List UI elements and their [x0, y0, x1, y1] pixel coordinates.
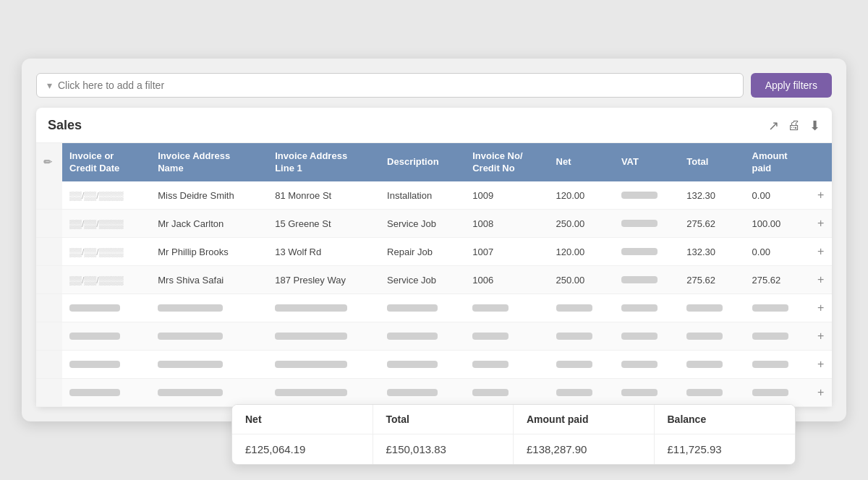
row-add-button[interactable]: + [810, 238, 832, 266]
row-address-name [150, 322, 268, 351]
row-description [380, 351, 465, 379]
row-total [679, 322, 744, 351]
apply-filters-button[interactable]: Apply filters [751, 73, 832, 98]
row-date: ▒▒/▒▒/▒▒▒▒ [62, 238, 150, 266]
print-icon[interactable]: 🖨 [788, 118, 801, 133]
row-add-button[interactable]: + [810, 181, 832, 210]
row-date [62, 294, 150, 322]
row-description [380, 379, 465, 407]
summary-header-total: Total [373, 405, 514, 434]
row-amount-paid: 275.62 [745, 266, 810, 294]
row-invoice-no [465, 322, 548, 351]
row-date: ▒▒/▒▒/▒▒▒▒ [62, 210, 150, 238]
card-header: Sales ↗ 🖨 ⬇ [36, 108, 832, 143]
row-net: 120.00 [549, 238, 614, 266]
row-add-button[interactable]: + [810, 294, 832, 322]
summary-value-balance: £11,725.93 [655, 434, 796, 464]
summary-value-net: £125,064.19 [232, 434, 373, 464]
row-amount-paid: 100.00 [745, 210, 810, 238]
row-net [549, 351, 614, 379]
row-total [679, 294, 744, 322]
table-wrapper: ✏ Invoice orCredit Date Invoice AddressN… [36, 143, 832, 408]
row-total: 132.30 [679, 238, 744, 266]
col-amount-paid: Amountpaid [745, 143, 810, 182]
row-address-line [268, 351, 380, 379]
row-address-name: Mr Phillip Brooks [150, 238, 268, 266]
row-add-button[interactable]: + [810, 266, 832, 294]
row-address-line: 13 Wolf Rd [268, 238, 380, 266]
row-edit-cell [36, 351, 62, 379]
row-address-line [268, 379, 380, 407]
row-address-name [150, 379, 268, 407]
row-date: ▒▒/▒▒/▒▒▒▒ [62, 266, 150, 294]
row-address-name: Miss Deidre Smith [150, 181, 268, 210]
row-vat [614, 266, 679, 294]
row-add-button[interactable]: + [810, 322, 832, 351]
row-vat [614, 322, 679, 351]
row-edit-cell [36, 181, 62, 210]
summary-header-balance: Balance [655, 405, 796, 434]
row-amount-paid [745, 351, 810, 379]
row-edit-cell [36, 266, 62, 294]
plus-icon[interactable]: + [817, 330, 824, 342]
col-edit: ✏ [36, 143, 62, 182]
table-row: ▒▒/▒▒/▒▒▒▒Miss Deidre Smith81 Monroe StI… [36, 181, 832, 210]
row-vat [614, 294, 679, 322]
row-description: Repair Job [380, 238, 465, 266]
row-address-line: 81 Monroe St [268, 181, 380, 210]
row-add-button[interactable]: + [810, 379, 832, 407]
filter-input-wrapper[interactable]: ▾ [36, 73, 744, 98]
row-description [380, 322, 465, 351]
main-card: Sales ↗ 🖨 ⬇ ✏ Invoice orCredit Date Invo… [36, 108, 832, 408]
plus-icon[interactable]: + [817, 245, 824, 257]
plus-icon[interactable]: + [817, 301, 824, 314]
row-description: Service Job [380, 210, 465, 238]
table-row: + [36, 351, 832, 379]
row-address-line [268, 294, 380, 322]
row-vat [614, 181, 679, 210]
row-invoice-no: 1007 [465, 238, 548, 266]
row-total [679, 351, 744, 379]
col-invoice-no: Invoice No/Credit No [465, 143, 548, 182]
plus-icon[interactable]: + [817, 358, 824, 370]
share-icon[interactable]: ↗ [768, 118, 779, 134]
plus-icon[interactable]: + [817, 386, 824, 398]
col-net: Net [549, 143, 614, 182]
row-edit-cell [36, 322, 62, 351]
row-net: 250.00 [549, 210, 614, 238]
summary-header-amount-paid: Amount paid [514, 405, 655, 434]
col-description: Description [380, 143, 465, 182]
col-address-name: Invoice AddressName [150, 143, 268, 182]
row-total: 132.30 [679, 181, 744, 210]
row-address-line: 187 Presley Way [268, 266, 380, 294]
row-invoice-no [465, 351, 548, 379]
download-icon[interactable]: ⬇ [809, 118, 820, 134]
plus-icon[interactable]: + [817, 273, 824, 286]
row-amount-paid [745, 379, 810, 407]
row-vat [614, 379, 679, 407]
page-title: Sales [48, 118, 82, 133]
plus-icon[interactable]: + [817, 189, 824, 201]
filter-input[interactable] [58, 80, 733, 91]
col-date: Invoice orCredit Date [62, 143, 150, 182]
row-description: Service Job [380, 266, 465, 294]
row-address-name [150, 351, 268, 379]
table-row: ▒▒/▒▒/▒▒▒▒Mr Phillip Brooks13 Wolf RdRep… [36, 238, 832, 266]
sales-table: ✏ Invoice orCredit Date Invoice AddressN… [36, 143, 832, 408]
row-invoice-no: 1008 [465, 210, 548, 238]
row-description: Installation [380, 181, 465, 210]
row-add-button[interactable]: + [810, 210, 832, 238]
row-total: 275.62 [679, 266, 744, 294]
row-date [62, 322, 150, 351]
plus-icon[interactable]: + [817, 217, 824, 229]
row-date: ▒▒/▒▒/▒▒▒▒ [62, 181, 150, 210]
row-add-button[interactable]: + [810, 351, 832, 379]
summary-value-total: £150,013.83 [373, 434, 514, 464]
row-address-name [150, 294, 268, 322]
row-edit-cell [36, 294, 62, 322]
row-net: 120.00 [549, 181, 614, 210]
row-vat [614, 238, 679, 266]
outer-wrapper: ▾ Apply filters Sales ↗ 🖨 ⬇ ✏ [22, 59, 846, 422]
summary-popup: Net Total Amount paid Balance £125,064.1… [231, 404, 796, 465]
row-edit-cell [36, 379, 62, 407]
